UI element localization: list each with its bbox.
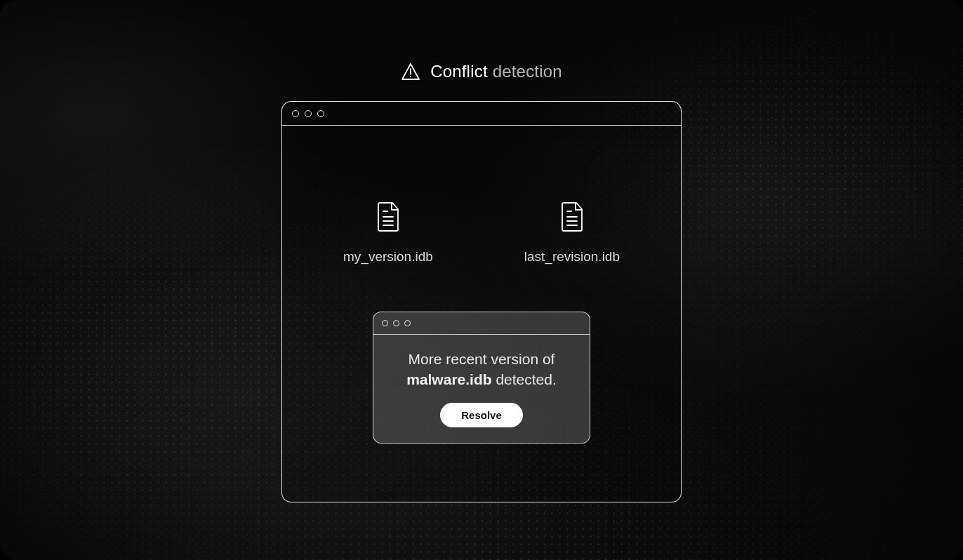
file-item-my-version[interactable]: my_version.idb	[343, 201, 433, 265]
traffic-light-zoom-icon[interactable]	[404, 320, 411, 326]
file-icon	[559, 201, 585, 235]
conflict-dialog: More recent version of malware.idb detec…	[373, 312, 590, 444]
svg-point-1	[410, 76, 411, 77]
file-icon	[376, 201, 401, 235]
page-title-strong: Conflict	[430, 62, 488, 81]
warning-triangle-icon	[401, 62, 420, 81]
file-label: my_version.idb	[343, 249, 433, 265]
traffic-light-close-icon[interactable]	[292, 110, 299, 117]
page-title-fade: detection	[493, 62, 562, 81]
dialog-message-prefix: More recent version of	[409, 351, 555, 367]
dialog-message-filename: malware.idb	[406, 371, 491, 387]
file-item-last-revision[interactable]: last_revision.idb	[524, 201, 620, 265]
traffic-light-zoom-icon[interactable]	[317, 110, 324, 117]
file-label: last_revision.idb	[524, 249, 620, 265]
page-header: Conflict detection	[401, 62, 562, 81]
dialog-titlebar	[373, 312, 590, 335]
dialog-message-suffix: detected.	[492, 371, 557, 387]
files-row: my_version.idb last_revision.idb	[282, 201, 681, 265]
resolve-button[interactable]: Resolve	[440, 403, 523, 427]
traffic-light-minimize-icon[interactable]	[305, 110, 312, 117]
traffic-light-close-icon[interactable]	[382, 320, 388, 326]
page-title: Conflict detection	[430, 62, 562, 81]
main-window-titlebar	[282, 102, 681, 126]
traffic-light-minimize-icon[interactable]	[393, 320, 399, 326]
dialog-message: More recent version of malware.idb detec…	[389, 349, 574, 390]
main-window: my_version.idb last_revision.idb	[281, 101, 682, 502]
